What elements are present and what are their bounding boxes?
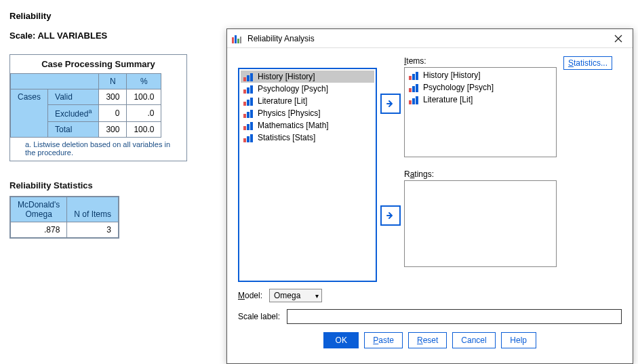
scale-label-label: Scale label: bbox=[238, 312, 280, 321]
close-button[interactable] bbox=[608, 31, 629, 46]
scale-var-icon bbox=[409, 71, 419, 80]
reset-button[interactable]: Reset bbox=[408, 332, 447, 348]
ratings-label: Ratings: bbox=[404, 169, 557, 179]
col-nitems: N of Items bbox=[67, 197, 119, 222]
svg-rect-0 bbox=[232, 37, 234, 43]
statistics-button[interactable]: Statistics... bbox=[563, 56, 612, 70]
list-item[interactable]: Literature [Lit] bbox=[241, 95, 374, 107]
move-to-items-button[interactable] bbox=[380, 94, 401, 114]
scale-var-icon bbox=[243, 134, 254, 142]
case-summary-pivot: N % Cases Valid 300 100.0 Excludeda 0 .0… bbox=[10, 73, 161, 138]
list-item[interactable]: Physics [Physics] bbox=[241, 107, 374, 119]
row-excluded-n: 0 bbox=[99, 105, 127, 122]
help-button[interactable]: Help bbox=[501, 332, 536, 348]
source-variable-list[interactable]: History [History] Psychology [Psych] Lit… bbox=[238, 68, 377, 282]
arrow-right-icon bbox=[386, 211, 395, 220]
app-icon bbox=[231, 33, 242, 44]
list-item[interactable]: Literature [Lit] bbox=[406, 94, 555, 106]
scale-var-icon bbox=[409, 96, 419, 104]
paste-button[interactable]: Paste bbox=[364, 332, 403, 348]
scale-var-icon bbox=[243, 109, 254, 118]
case-summary-title: Case Processing Summary bbox=[10, 55, 186, 73]
items-list[interactable]: History [History] Psychology [Psych] Lit… bbox=[404, 67, 557, 157]
row-valid-n: 300 bbox=[99, 89, 127, 105]
nitems-value: 3 bbox=[67, 222, 119, 238]
row-excluded-pct: .0 bbox=[127, 105, 161, 122]
reliability-stats-table: McDonald's Omega N of Items .878 3 bbox=[9, 196, 119, 239]
case-processing-summary-table: Case Processing Summary N % Cases Valid … bbox=[9, 54, 187, 161]
svg-rect-1 bbox=[235, 35, 237, 43]
model-label: Model: bbox=[238, 291, 262, 300]
scale-var-icon bbox=[409, 83, 419, 92]
reliability-analysis-dialog: Reliability Analysis History [History] P… bbox=[226, 28, 633, 364]
items-label: Items: bbox=[404, 56, 557, 66]
cancel-button[interactable]: Cancel bbox=[452, 332, 495, 348]
list-item[interactable]: Psychology [Psych] bbox=[406, 81, 555, 94]
row-total-pct: 100.0 bbox=[127, 122, 161, 138]
col-pct: % bbox=[127, 74, 161, 89]
output-heading: Reliability bbox=[9, 11, 629, 21]
row-excluded-label: Excludeda bbox=[48, 105, 99, 122]
row-total-n: 300 bbox=[99, 122, 127, 138]
scale-label-input[interactable] bbox=[287, 309, 622, 324]
list-item[interactable]: History [History] bbox=[406, 69, 555, 81]
list-item[interactable]: History [History] bbox=[241, 70, 374, 83]
list-item[interactable]: Mathematics [Math] bbox=[241, 119, 374, 132]
ratings-list[interactable] bbox=[404, 180, 557, 267]
dialog-title: Reliability Analysis bbox=[247, 34, 608, 43]
svg-rect-2 bbox=[237, 39, 239, 43]
omega-value: .878 bbox=[11, 222, 67, 238]
close-icon bbox=[614, 35, 622, 43]
scale-var-icon bbox=[243, 73, 254, 81]
row-valid-label: Valid bbox=[48, 89, 99, 105]
col-omega: McDonald's Omega bbox=[11, 197, 67, 222]
move-to-ratings-button[interactable] bbox=[380, 205, 401, 226]
case-summary-footnote: a. Listwise deletion based on all variab… bbox=[10, 138, 186, 161]
chevron-down-icon: ▾ bbox=[315, 292, 319, 300]
scale-var-icon bbox=[243, 85, 254, 94]
col-n: N bbox=[99, 74, 127, 89]
list-item[interactable]: Psychology [Psych] bbox=[241, 83, 374, 95]
arrow-right-icon bbox=[386, 99, 395, 108]
row-valid-pct: 100.0 bbox=[127, 89, 161, 105]
dialog-titlebar[interactable]: Reliability Analysis bbox=[227, 29, 633, 48]
row-total-label: Total bbox=[48, 122, 99, 138]
scale-var-icon bbox=[243, 121, 254, 130]
list-item[interactable]: Statistics [Stats] bbox=[241, 132, 374, 144]
ok-button[interactable]: OK bbox=[323, 332, 359, 348]
svg-rect-3 bbox=[240, 37, 241, 43]
scale-var-icon bbox=[243, 97, 254, 106]
model-select[interactable]: Omega ▾ bbox=[269, 289, 322, 302]
row-group-cases: Cases bbox=[11, 89, 48, 138]
